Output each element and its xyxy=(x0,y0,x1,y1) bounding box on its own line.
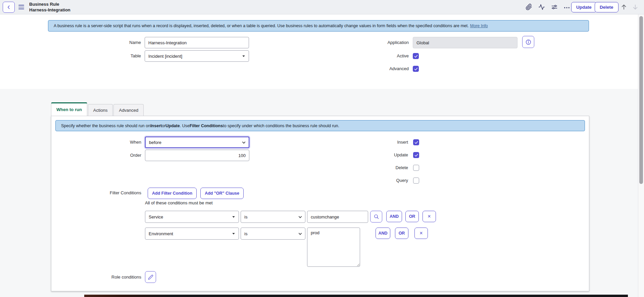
more-options-icon[interactable] xyxy=(563,4,571,11)
info-icon xyxy=(525,39,532,45)
scrollbar-track[interactable] xyxy=(638,14,644,297)
table-label: Table xyxy=(50,50,141,62)
tab-advanced[interactable]: Advanced xyxy=(113,104,144,116)
when-to-run-panel: Specify whether the business rule should… xyxy=(51,116,589,291)
record-type-title: Business Rule xyxy=(29,2,70,7)
advanced-label: Advanced xyxy=(318,66,409,72)
update-checkbox[interactable] xyxy=(413,152,419,158)
personalize-form-icon[interactable] xyxy=(551,4,558,11)
chevron-down-icon xyxy=(242,140,246,144)
insert-label: Insert xyxy=(318,139,408,145)
condition-1-field-value: Service xyxy=(149,214,163,219)
delete-button[interactable]: Delete xyxy=(595,2,618,12)
table-select-value: Incident [incident] xyxy=(148,54,182,59)
more-info-link[interactable]: More Info xyxy=(470,23,488,28)
condition-2-field-select[interactable]: Environment xyxy=(145,228,239,240)
delete-checkbox[interactable] xyxy=(413,165,419,171)
condition-row-2: Environment is prod AND OR × xyxy=(145,228,428,267)
when-banner: Specify whether the business rule should… xyxy=(55,120,585,131)
application-input xyxy=(413,37,517,48)
tab-actions[interactable]: Actions xyxy=(88,104,113,116)
active-label: Active xyxy=(318,53,409,59)
condition-1-operator-value: is xyxy=(244,214,247,219)
previous-record-arrow-icon[interactable] xyxy=(620,3,628,11)
form-menu-icon[interactable] xyxy=(18,5,24,9)
condition-2-and-button[interactable]: AND xyxy=(376,228,390,239)
update-button[interactable]: Update xyxy=(571,2,597,12)
chevron-down-icon xyxy=(298,232,302,236)
when-banner-bold-filter: Filter Conditions xyxy=(190,123,223,128)
pencil-icon xyxy=(148,275,153,280)
attachment-icon[interactable] xyxy=(526,4,533,11)
when-label: When xyxy=(51,137,141,148)
search-icon xyxy=(374,214,379,219)
caret-down-icon xyxy=(232,232,236,236)
condition-2-operator-select[interactable]: is xyxy=(241,228,305,240)
order-label: Order xyxy=(51,150,141,161)
match-all-text: All of these conditions must be met xyxy=(145,200,213,205)
caret-down-icon xyxy=(242,54,246,58)
header-bar: Business Rule Harness-Integration Update… xyxy=(0,0,644,14)
condition-1-and-button[interactable]: AND xyxy=(386,211,402,222)
when-banner-bold-update: Update xyxy=(165,123,180,128)
order-input[interactable] xyxy=(145,150,249,161)
add-filter-condition-button[interactable]: Add Filter Condition xyxy=(148,188,197,199)
name-input[interactable] xyxy=(145,37,249,48)
filter-buttons: Add Filter Condition Add "OR" Clause xyxy=(148,188,244,199)
condition-1-lookup-button[interactable] xyxy=(370,211,382,222)
query-checkbox[interactable] xyxy=(413,178,419,184)
add-or-clause-button[interactable]: Add "OR" Clause xyxy=(200,188,244,199)
activity-stream-icon[interactable] xyxy=(538,4,545,11)
page-title: Business Rule Harness-Integration xyxy=(29,2,70,13)
active-checkbox[interactable] xyxy=(413,53,419,59)
name-label: Name xyxy=(50,37,141,48)
background-window-edge xyxy=(84,295,628,297)
delete-label: Delete xyxy=(318,165,408,171)
when-select-value: before xyxy=(149,140,161,145)
next-record-arrow-icon[interactable] xyxy=(632,3,639,11)
application-label: Application xyxy=(318,37,409,48)
table-select[interactable]: Incident [incident] xyxy=(145,50,249,62)
condition-1-remove-button[interactable]: × xyxy=(423,211,436,222)
when-select[interactable]: before xyxy=(145,137,249,148)
condition-1-or-button[interactable]: OR xyxy=(405,211,419,222)
chevron-down-icon xyxy=(298,215,302,219)
scrollbar-thumb[interactable] xyxy=(639,16,643,184)
condition-1-operator-select[interactable]: is xyxy=(241,211,305,223)
back-button[interactable] xyxy=(3,2,15,13)
role-conditions-label: Role conditions xyxy=(51,271,141,283)
condition-2-operator-value: is xyxy=(244,231,247,236)
condition-1-field-select[interactable]: Service xyxy=(145,211,239,223)
role-conditions-edit-button[interactable] xyxy=(145,271,156,283)
caret-down-icon xyxy=(232,215,236,219)
filter-conditions-label: Filter Conditions xyxy=(51,188,141,198)
when-banner-text: Specify whether the business rule should… xyxy=(61,123,150,128)
advanced-checkbox[interactable] xyxy=(413,66,419,72)
tab-bar: When to run Actions Advanced xyxy=(51,103,144,116)
info-banner: A business rule is a server-side script … xyxy=(48,20,589,32)
info-banner-text: A business rule is a server-side script … xyxy=(54,23,469,28)
record-name-title: Harness-Integration xyxy=(29,7,70,13)
app-root: Business Rule Harness-Integration Update… xyxy=(0,0,644,297)
condition-1-value-input[interactable] xyxy=(307,211,368,223)
when-banner-bold-insert: Insert xyxy=(150,123,162,128)
application-info-button[interactable] xyxy=(522,36,534,48)
condition-row-1: Service is AND OR × xyxy=(145,211,436,223)
query-label: Query xyxy=(318,178,408,184)
insert-checkbox[interactable] xyxy=(413,139,419,145)
chevron-left-icon xyxy=(6,5,11,10)
condition-2-remove-button[interactable]: × xyxy=(414,228,428,239)
tab-when-to-run[interactable]: When to run xyxy=(51,102,87,116)
condition-2-value-textarea[interactable]: prod xyxy=(307,228,360,267)
condition-2-field-value: Environment xyxy=(149,231,173,236)
update-label: Update xyxy=(318,152,408,158)
condition-2-or-button[interactable]: OR xyxy=(395,228,408,239)
